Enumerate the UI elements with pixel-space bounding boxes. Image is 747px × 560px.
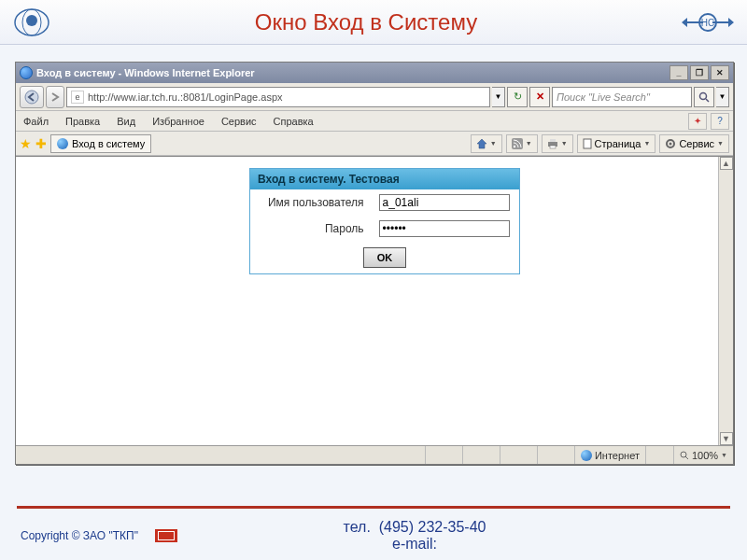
- menu-tools[interactable]: Сервис: [218, 114, 261, 129]
- page-viewport: Вход в систему. Тестовая Имя пользовател…: [16, 156, 733, 445]
- svg-point-5: [25, 91, 38, 104]
- refresh-button[interactable]: ↻: [507, 87, 528, 107]
- ok-button[interactable]: OK: [363, 247, 406, 268]
- minimize-button[interactable]: _: [669, 65, 688, 80]
- address-bar[interactable]: e http://www.iar.tch.ru.:8081/LoginPage.…: [66, 87, 490, 107]
- svg-rect-12: [550, 146, 556, 148]
- print-button[interactable]: ▼: [542, 134, 573, 153]
- forward-button[interactable]: [46, 86, 64, 108]
- svg-rect-13: [584, 139, 591, 148]
- status-seg-3: [500, 446, 537, 464]
- page-icon: [583, 138, 592, 149]
- copyright-text: Copyright © ЗАО "ТКП": [0, 529, 138, 542]
- svg-rect-8: [512, 138, 523, 149]
- svg-point-2: [26, 15, 37, 26]
- address-toolbar: e http://www.iar.tch.ru.:8081/LoginPage.…: [16, 83, 733, 111]
- logo-left: [11, 6, 52, 39]
- close-button[interactable]: ✕: [711, 65, 729, 80]
- svg-line-17: [685, 456, 688, 459]
- password-label: Пароль: [250, 216, 372, 242]
- login-panel: Вход в систему. Тестовая Имя пользовател…: [249, 168, 520, 274]
- ie-icon: [20, 66, 33, 79]
- contact-block: тел. (495) 232-35-40 e-mail:: [194, 519, 635, 553]
- divider-rule: [17, 506, 730, 509]
- logo-right: НС: [680, 8, 736, 36]
- menu-bar: Файл Правка Вид Избранное Сервис Справка…: [16, 111, 733, 132]
- browser-tab[interactable]: Вход в систему: [50, 134, 151, 153]
- svg-rect-11: [550, 139, 556, 142]
- svg-point-9: [514, 145, 515, 147]
- page-menu-button[interactable]: Страница▼: [577, 134, 656, 153]
- search-box[interactable]: Поиск "Live Search": [552, 87, 692, 107]
- search-button[interactable]: [694, 87, 714, 107]
- home-icon: [476, 138, 487, 149]
- scroll-up-icon[interactable]: ▲: [720, 157, 733, 170]
- zoom-control[interactable]: 100% ▼: [673, 446, 733, 464]
- svg-point-6: [700, 92, 707, 99]
- mail-icon: [155, 529, 177, 542]
- favorites-center-icon[interactable]: ✚: [35, 136, 47, 151]
- password-input[interactable]: [379, 220, 510, 237]
- encoding-button[interactable]: ✦: [688, 113, 707, 130]
- page-favicon: e: [71, 91, 84, 104]
- login-header: Вход в систему. Тестовая: [250, 169, 519, 189]
- username-input[interactable]: [379, 194, 510, 211]
- zoom-icon: [680, 451, 689, 460]
- svg-point-15: [669, 142, 672, 145]
- scroll-down-icon[interactable]: ▼: [720, 432, 733, 445]
- status-seg-1: [425, 446, 462, 464]
- slide-title: Окно Вход в Систему: [52, 9, 680, 35]
- window-titlebar[interactable]: Вход в систему - Windows Internet Explor…: [16, 63, 733, 83]
- favorites-command-bar: ★ ✚ Вход в систему ▼ ▼ ▼ Страница▼ Серви…: [16, 132, 733, 156]
- maximize-button[interactable]: ❐: [690, 65, 709, 80]
- stop-button[interactable]: ✕: [529, 87, 550, 107]
- tab-favicon: [57, 138, 68, 149]
- globe-icon: [581, 450, 592, 461]
- menu-help[interactable]: Справка: [270, 114, 317, 129]
- status-seg-2: [462, 446, 500, 464]
- menu-edit[interactable]: Правка: [62, 114, 104, 129]
- window-title: Вход в систему - Windows Internet Explor…: [36, 67, 255, 78]
- svg-line-7: [706, 99, 709, 102]
- menu-file[interactable]: Файл: [20, 114, 52, 129]
- rss-icon: [512, 138, 523, 149]
- url-text: http://www.iar.tch.ru.:8081/LoginPage.as…: [88, 91, 283, 103]
- add-favorite-icon[interactable]: ★: [20, 136, 32, 151]
- ie-window: Вход в систему - Windows Internet Explor…: [15, 62, 734, 465]
- slide-footer: Copyright © ЗАО "ТКП" тел. (495) 232-35-…: [0, 519, 747, 553]
- rss-button[interactable]: ▼: [506, 134, 538, 153]
- tab-title: Вход в систему: [72, 138, 145, 149]
- security-zone[interactable]: Интернет: [574, 446, 645, 464]
- search-dropdown[interactable]: ▼: [716, 87, 729, 107]
- status-seg-4: [537, 446, 574, 464]
- vertical-scrollbar[interactable]: ▲ ▼: [718, 157, 733, 445]
- username-label: Имя пользователя: [250, 189, 372, 216]
- help-icon[interactable]: ?: [711, 113, 729, 130]
- menu-view[interactable]: Вид: [113, 114, 139, 129]
- menu-favorites[interactable]: Избранное: [148, 114, 208, 129]
- print-icon: [547, 138, 558, 149]
- home-button[interactable]: ▼: [471, 134, 502, 153]
- tools-menu-button[interactable]: Сервис▼: [659, 134, 729, 153]
- svg-text:НС: НС: [701, 18, 714, 28]
- status-bar: Интернет 100% ▼: [16, 445, 733, 464]
- status-seg-6: [645, 446, 673, 464]
- url-dropdown[interactable]: ▼: [492, 87, 505, 107]
- back-button[interactable]: [20, 86, 44, 108]
- presentation-banner: Окно Вход в Систему НС: [0, 0, 747, 45]
- gear-icon: [665, 138, 676, 149]
